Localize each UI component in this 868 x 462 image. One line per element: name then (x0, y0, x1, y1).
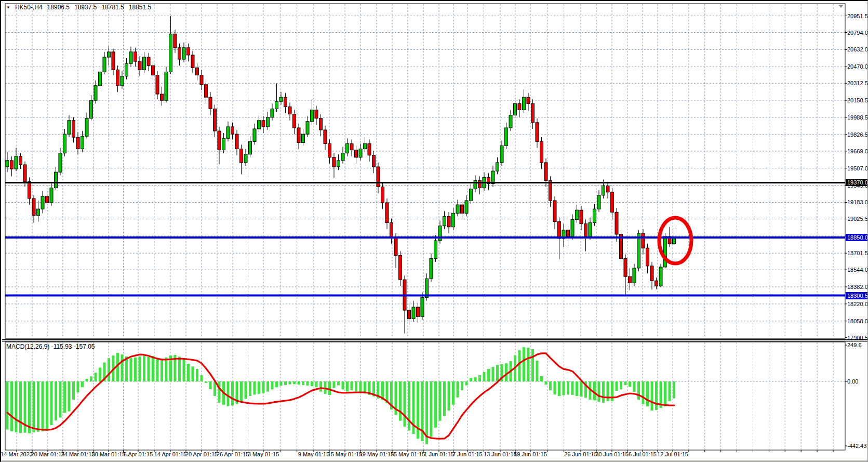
price-tick-label: 19507.0 (847, 165, 868, 171)
macd-tick-label: 0.00 (847, 378, 858, 385)
price-tick-label: 20951.5 (847, 13, 868, 19)
price-tick-label: 20470.0 (847, 63, 868, 70)
time-tick-label: 9 May 01:15 (298, 451, 330, 457)
price-tick-label: 20150.5 (847, 97, 868, 103)
symbol-info: ▼ HK50-,H4 18906.5 18937.5 18781.5 18851… (6, 4, 151, 11)
time-tick-label: 14 Mar 2023 (1, 451, 33, 457)
price-badge-black-level: 19370.0 (846, 179, 868, 186)
time-tick-label: 3 May 01:15 (248, 451, 279, 457)
time-tick-label: 6 Jul 01:15 (629, 451, 657, 457)
time-tick-label: 20 Mar 01:15 (31, 451, 65, 457)
price-tick-label: 18220.0 (847, 301, 868, 307)
time-tick-label: 30 Mar 01:15 (92, 451, 126, 457)
time-tick-label: 19 Jun 01:15 (514, 451, 547, 457)
price-tick-label: 18544.0 (847, 267, 868, 273)
time-tick-label: 26 Jun 01:15 (564, 451, 597, 457)
time-tick-label: 14 Apr 01:15 (154, 451, 186, 457)
chart-canvas[interactable] (1, 1, 868, 462)
time-tick-label: 25 May 01:15 (391, 451, 425, 457)
price-tick-label: 20794.0 (847, 30, 868, 36)
gridlines (5, 4, 845, 450)
price-tick-label: 19183.0 (847, 199, 868, 205)
symbol-name: HK50-,H4 (15, 4, 43, 11)
ohlc-open: 18906.5 (47, 4, 70, 11)
price-tick-label: 18058.0 (847, 318, 868, 324)
time-tick-label: 1 Jun 01:15 (424, 451, 454, 457)
macd-tick-label: -442.43 (847, 443, 866, 449)
macd-signal-line (7, 353, 674, 439)
price-tick-label: 19025.5 (847, 216, 868, 222)
candlestick-series (6, 16, 676, 334)
time-tick-label: 30 Jun 01:15 (595, 451, 629, 457)
price-badge-blue-level-1: 18850.0 (846, 234, 868, 241)
time-tick-label: 24 Mar 01:15 (61, 451, 95, 457)
price-tick-label: 18382.0 (847, 284, 868, 290)
price-tick-label: 20312.5 (847, 80, 868, 86)
price-tick-label: 19826.5 (847, 131, 868, 138)
time-tick-label: 15 May 01:15 (328, 451, 363, 457)
ohlc-close: 18851.5 (129, 4, 151, 11)
macd-indicator-label: MACD(12,26,9) -115.93 -157.05 (6, 343, 95, 350)
symbol-dropdown-icon[interactable]: ▼ (6, 5, 10, 10)
price-tick-label: 19669.0 (847, 148, 868, 154)
time-tick-label: 20 Apr 01:15 (185, 451, 218, 457)
time-tick-label: 7 Jun 01:15 (452, 451, 483, 457)
chart-window: ▼ HK50-,H4 18906.5 18937.5 18781.5 18851… (0, 0, 868, 462)
time-tick-label: 26 Apr 01:15 (217, 451, 249, 457)
time-tick-label: 12 Jul 01:15 (657, 451, 688, 457)
price-tick-label: 20632.0 (847, 46, 868, 52)
price-badge-blue-level-2: 18300.5 (846, 292, 868, 299)
bottom-status-strip (1, 460, 868, 462)
macd-tick-label: 249.6 (847, 342, 862, 348)
ohlc-high: 18937.5 (74, 4, 97, 11)
chart-shift-marker-icon[interactable] (838, 5, 844, 8)
time-tick-label: 13 Jun 01:15 (484, 451, 517, 457)
ohlc-low: 18781.5 (101, 4, 124, 11)
time-tick-label: 6 Apr 01:15 (124, 451, 153, 457)
time-tick-label: 19 May 01:15 (359, 451, 394, 457)
price-tick-label: 17900.5 (847, 335, 868, 341)
price-tick-label: 18701.5 (847, 250, 868, 256)
price-tick-label: 19988.5 (847, 114, 868, 121)
macd-histogram (6, 347, 676, 444)
